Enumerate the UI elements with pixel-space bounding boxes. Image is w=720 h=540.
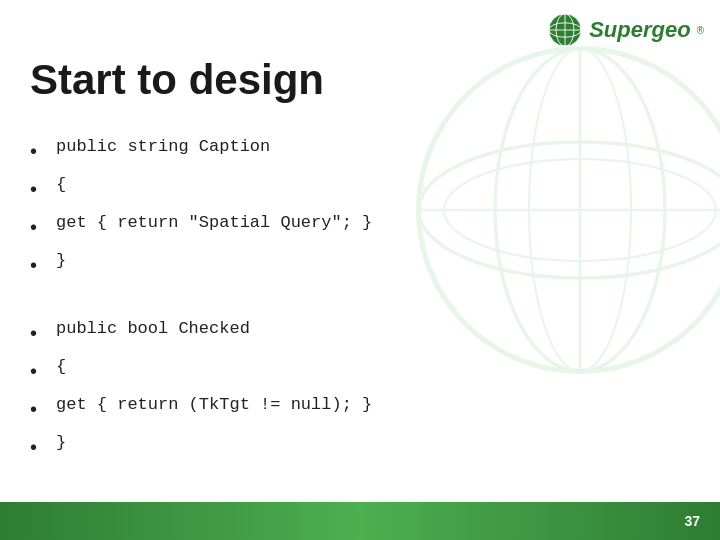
- bullet-text: }: [56, 247, 66, 274]
- bullet-item-1-3: • get { return "Spatial Query"; }: [30, 209, 680, 243]
- bullet-item-2-1: • public bool Checked: [30, 315, 680, 349]
- bullet-text: }: [56, 429, 66, 456]
- bullet-dot: •: [30, 431, 42, 463]
- bullet-dot: •: [30, 249, 42, 281]
- bullet-item-2-3: • get { return (TkTgt != null); }: [30, 391, 680, 425]
- bullet-text: get { return (TkTgt != null); }: [56, 391, 372, 418]
- bullet-dot: •: [30, 393, 42, 425]
- slide-title: Start to design: [30, 55, 680, 105]
- bullet-dot: •: [30, 173, 42, 205]
- bullet-group-2: • public bool Checked • { • get { return…: [30, 315, 680, 463]
- bullet-dot: •: [30, 211, 42, 243]
- bullet-item-1-2: • {: [30, 171, 680, 205]
- bullet-text: get { return "Spatial Query"; }: [56, 209, 372, 236]
- bullet-group-1: • public string Caption • { • get { retu…: [30, 133, 680, 281]
- bullet-text: {: [56, 353, 66, 380]
- page-number: 37: [684, 513, 700, 529]
- slide: Supergeo® Start to design • public strin…: [0, 0, 720, 540]
- bullet-item-2-2: • {: [30, 353, 680, 387]
- bullet-dot: •: [30, 317, 42, 349]
- bullet-item-1-1: • public string Caption: [30, 133, 680, 167]
- bullet-text: public string Caption: [56, 133, 270, 160]
- bottom-bar: 37: [0, 502, 720, 540]
- logo-reg: ®: [697, 25, 704, 36]
- bullet-text: {: [56, 171, 66, 198]
- logo-text: Supergeo: [589, 17, 690, 43]
- slide-content: Start to design • public string Caption …: [0, 0, 720, 531]
- bullet-item-1-4: • }: [30, 247, 680, 281]
- bullet-dot: •: [30, 355, 42, 387]
- logo-globe-icon: [547, 12, 583, 48]
- logo-area: Supergeo®: [547, 12, 704, 48]
- bullet-dot: •: [30, 135, 42, 167]
- bullet-item-2-4: • }: [30, 429, 680, 463]
- bullet-text: public bool Checked: [56, 315, 250, 342]
